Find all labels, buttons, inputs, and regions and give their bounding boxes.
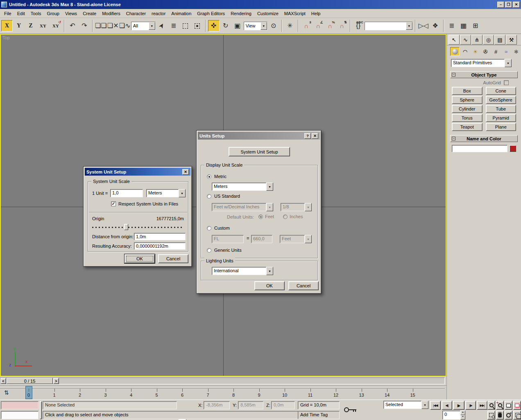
x-coordinate-field[interactable]: -8,356m [204,401,230,409]
spin-down-icon[interactable]: ▼ [460,415,465,420]
schematic-view-button[interactable]: ▦ [458,20,469,32]
object-type-rollout-header[interactable]: − Object Type [450,71,518,78]
maxscript-mini-listener-pink[interactable] [1,401,39,409]
object-type-geosphere-button[interactable]: GeoSphere [486,96,516,104]
object-name-input[interactable] [452,145,507,152]
object-type-cylinder-button[interactable]: Cylinder [452,105,482,113]
ok-button[interactable]: OK [125,254,155,263]
set-key-icon[interactable] [343,406,357,413]
viewport-label[interactable]: Top [2,35,10,40]
go-to-end-button[interactable]: ▶▶| [477,401,487,410]
chevron-down-icon[interactable]: ▼ [421,401,428,409]
chevron-down-icon[interactable]: ▼ [505,59,512,67]
tab-motion[interactable]: ◎ [483,35,494,45]
system-unit-dialog-title-bar[interactable]: System Unit Setup ✕ [85,168,190,176]
cancel-button[interactable]: Cancel [288,281,319,290]
tab-create[interactable]: ↖ [449,35,460,45]
object-type-tube-button[interactable]: Tube [486,105,516,113]
custom-radio[interactable] [207,226,211,230]
next-frame-arrow[interactable]: > [53,378,59,384]
name-color-rollout-header[interactable]: − Name and Color [450,135,518,142]
select-and-rotate-button[interactable]: ↻ [220,20,231,32]
axis-plane-constraint-button[interactable]: XY↺ [50,20,62,32]
chevron-down-icon[interactable]: ▼ [406,22,412,30]
current-frame-spinner[interactable]: 0 ▲▼ [442,411,465,420]
chevron-down-icon[interactable]: ▼ [260,22,267,30]
region-zoom-button[interactable] [487,411,495,420]
snaps-toggle-button[interactable]: ∩3 [301,20,312,32]
close-button[interactable]: ✕ [312,133,318,139]
menu-maxscript[interactable]: MAXScript [281,9,308,18]
listener-splitter[interactable] [40,401,42,419]
zoom-extents-all-button[interactable] [513,401,521,410]
object-type-pyramid-button[interactable]: Pyramid [486,114,516,122]
undo-button[interactable]: ↶ [67,20,78,32]
select-and-move-button[interactable]: ✜ [208,20,220,32]
menu-create[interactable]: Create [80,9,99,18]
select-and-manipulate-button[interactable]: ✳ [284,20,296,32]
select-and-scale-button[interactable]: ▣ [232,20,243,32]
metric-radio[interactable] [207,174,211,179]
close-button[interactable]: ✕ [182,169,189,175]
units-dialog-title-bar[interactable]: Units Setup ? ✕ [198,132,320,140]
curve-editor-button[interactable]: ⊞ [470,20,481,32]
chevron-down-icon[interactable]: ▼ [266,267,273,275]
menu-reactor[interactable]: reactor [149,9,168,18]
unit-value-field[interactable]: 1,0 [110,189,143,197]
y-coordinate-field[interactable]: 8,585m [238,401,263,409]
ok-button[interactable]: OK [254,281,285,290]
menu-rendering[interactable]: Rendering [228,9,254,18]
title-bar[interactable]: Untitled - Autodesk 3ds Max 8 - Stand-al… [0,0,521,9]
chevron-down-icon[interactable]: ▼ [266,183,273,191]
select-by-name-button[interactable]: ≣ [168,20,179,32]
menu-modifiers[interactable]: Modifiers [99,9,123,18]
add-time-tag[interactable]: Add Time Tag [298,411,340,419]
us-standard-radio[interactable] [207,194,211,199]
tab-display[interactable]: ▤ [494,35,505,45]
bind-to-spacewarp-button[interactable]: ❏∿ [119,20,131,32]
category-systems[interactable]: ✱ [512,47,521,56]
chevron-down-icon[interactable]: ▼ [179,189,186,197]
collapse-icon[interactable]: − [452,137,455,140]
chevron-down-icon[interactable]: ▼ [149,22,155,30]
object-type-cone-button[interactable]: Cone [486,87,516,95]
align-button[interactable]: ❖ [430,20,441,32]
window-crossing-button[interactable] [192,20,203,32]
metric-unit-dropdown[interactable]: Meters▼ [212,183,273,191]
unlink-selection-button[interactable]: ❏✕ [107,20,119,32]
reference-coordinate-dropdown[interactable]: View▼ [244,22,267,30]
tab-hierarchy[interactable]: ⋔ [471,35,482,45]
menu-tools[interactable]: Tools [28,9,44,18]
select-and-link-button[interactable]: ❏❏ [95,20,107,32]
previous-frame-button[interactable]: ◀|| [442,401,452,410]
object-color-swatch[interactable] [510,145,516,152]
close-button[interactable]: ✕ [513,2,520,8]
selection-filter-dropdown[interactable]: All▼ [131,22,156,30]
object-type-teapot-button[interactable]: Teapot [452,123,482,131]
category-helpers[interactable]: # [491,47,501,56]
lighting-units-dropdown[interactable]: International▼ [212,267,273,275]
category-geometry[interactable] [450,47,460,56]
previous-frame-arrow[interactable]: < [0,378,6,384]
named-selection-dropdown[interactable]: ▼ [365,22,413,30]
menu-group[interactable]: Group [44,9,62,18]
mirror-button[interactable]: ▷◁ [418,20,429,32]
autogrid-checkbox[interactable] [504,80,509,85]
next-frame-button[interactable]: ||▶ [465,401,476,410]
menu-file[interactable]: File [1,9,14,18]
min-max-toggle-button[interactable] [513,411,521,420]
menu-help[interactable]: Help [308,9,324,18]
origin-slider-thumb[interactable] [124,224,128,230]
menu-edit[interactable]: Edit [14,9,28,18]
primitive-type-dropdown[interactable]: Standard Primitives ▼ [451,59,512,67]
menu-animation[interactable]: Animation [168,9,194,18]
z-coordinate-field[interactable]: 0,0m [271,401,295,409]
play-button[interactable]: ▶ [453,401,464,410]
select-object-button[interactable]: ➤ [156,20,168,32]
menu-graph-editors[interactable]: Graph Editors [194,9,228,18]
spin-up-icon[interactable]: ▲ [460,411,465,415]
redo-button[interactable]: ↷ [79,20,90,32]
generic-units-radio[interactable] [207,248,211,253]
menu-customize[interactable]: Customize [254,9,281,18]
current-frame-field[interactable]: 0 [442,411,460,420]
